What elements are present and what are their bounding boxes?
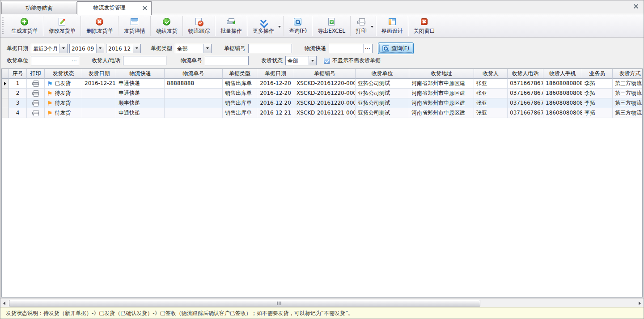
window-close-icon[interactable] bbox=[634, 4, 638, 9]
table-cell: 18608080808 bbox=[543, 79, 582, 89]
query-button[interactable]: 查询(F) bbox=[284, 15, 312, 37]
column-header-doc-type[interactable]: 单据类型 bbox=[223, 69, 257, 79]
confirm-ship-button[interactable]: 确认发货 bbox=[151, 15, 182, 37]
tab-close-icon[interactable] bbox=[143, 6, 147, 10]
column-header-receiver[interactable]: 收货人 bbox=[474, 69, 508, 79]
table-cell: 88888888 bbox=[165, 79, 223, 89]
table-row[interactable]: 3待发货顺丰快递销售出库单2016-12-20XSCKD-20161220-00… bbox=[2, 98, 642, 108]
table-cell: 张亚 bbox=[474, 79, 508, 89]
grid-corner-cell bbox=[2, 69, 9, 79]
toolbar-buttons: 生成发货单修改发货单删除发货单发货详情确认发货物流跟踪批量操作更多操作查询(F)… bbox=[6, 15, 440, 37]
column-header-doc-no[interactable]: 单据编号 bbox=[294, 69, 356, 79]
column-header-print[interactable]: 打印 bbox=[27, 69, 45, 79]
date-preset-combo[interactable]: 最近3个月 bbox=[31, 44, 68, 53]
toolbar: 生成发货单修改发货单删除发货单发货详情确认发货物流跟踪批量操作更多操作查询(F)… bbox=[0, 14, 644, 38]
hide-no-ship-label: 不显示不需发货单据 bbox=[332, 57, 381, 64]
column-header-consignee[interactable]: 收货单位 bbox=[356, 69, 409, 79]
ship-details-button[interactable]: 发货详情 bbox=[119, 15, 150, 37]
export-excel-button[interactable]: 导出EXCEL bbox=[313, 15, 350, 37]
scroll-left-icon[interactable] bbox=[0, 299, 8, 307]
dropdown-arrow-icon[interactable] bbox=[309, 56, 316, 65]
column-header-address[interactable]: 收货地址 bbox=[409, 69, 474, 79]
dropdown-arrow-icon[interactable] bbox=[59, 44, 67, 53]
print-icon[interactable] bbox=[32, 110, 39, 116]
details-icon bbox=[130, 17, 140, 26]
consignee-input[interactable] bbox=[31, 56, 70, 65]
status-bar: 发货状态说明：待发货（新开单据）-》已发货（已确认发货）-》已签收（物流跟踪后确… bbox=[0, 307, 644, 319]
edit-icon bbox=[57, 17, 67, 26]
row-selector-cell[interactable] bbox=[2, 98, 9, 108]
generate-ship-order-button[interactable]: 生成发货单 bbox=[6, 15, 43, 37]
receiver-input[interactable] bbox=[123, 56, 166, 65]
tab-label: 功能导航窗 bbox=[26, 5, 53, 11]
express-input[interactable] bbox=[329, 44, 363, 53]
column-header-mobile[interactable]: 收货人手机 bbox=[543, 69, 582, 79]
table-cell: 张亚 bbox=[474, 108, 508, 118]
express-input-wrap bbox=[329, 44, 373, 53]
column-header-track-no[interactable]: 物流单号 bbox=[165, 69, 223, 79]
track-no-input[interactable] bbox=[205, 56, 249, 65]
ui-design-button[interactable]: 界面设计 bbox=[377, 15, 408, 37]
close-window-button[interactable]: 关闭窗口 bbox=[409, 15, 440, 37]
date-to-combo[interactable]: 2016-12-21 bbox=[106, 44, 141, 53]
add-icon bbox=[20, 17, 30, 26]
query-filter-button[interactable]: 查询(F) bbox=[378, 43, 414, 54]
scroll-right-icon[interactable] bbox=[636, 299, 644, 307]
print-icon[interactable] bbox=[32, 81, 39, 86]
table-row[interactable]: 4待发货申通快递销售出库单2016-12-21XSCKD-20161221-00… bbox=[2, 108, 642, 118]
doc-no-input[interactable] bbox=[248, 44, 292, 53]
row-selector-cell[interactable] bbox=[2, 89, 9, 98]
table-cell: 李拓 bbox=[582, 79, 613, 89]
ship-status-text: 已发货 bbox=[55, 79, 71, 88]
more-operation-button[interactable]: 更多操作 bbox=[248, 15, 283, 37]
table-cell: 张亚 bbox=[474, 98, 508, 108]
toolbar-button-label: 修改发货单 bbox=[49, 27, 76, 35]
edit-ship-order-button[interactable]: 修改发货单 bbox=[44, 15, 80, 37]
toolbar-button-label: 物流跟踪 bbox=[188, 27, 210, 35]
print-icon[interactable] bbox=[32, 100, 39, 106]
table-cell: 李拓 bbox=[582, 98, 613, 108]
horizontal-scrollbar[interactable] bbox=[0, 298, 644, 307]
column-header-salesman[interactable]: 业务员 bbox=[582, 69, 613, 79]
doc-type-combo[interactable]: 全部 bbox=[175, 44, 212, 53]
tab-function-navigation[interactable]: 功能导航窗 bbox=[1, 2, 77, 14]
ellipsis-button[interactable] bbox=[363, 44, 371, 53]
tab-logistics-ship-management[interactable]: 物流发货管理 bbox=[77, 1, 152, 15]
table-row[interactable]: 2待发货申通快递销售出库单2016-12-20XSCKD-20161220-00… bbox=[2, 89, 642, 98]
print-icon[interactable] bbox=[32, 90, 39, 96]
date-from-combo[interactable]: 2016-09-21 bbox=[69, 44, 104, 53]
hide-no-ship-checkbox[interactable] bbox=[324, 58, 330, 64]
dropdown-arrow-icon[interactable] bbox=[278, 26, 281, 28]
dropdown-arrow-icon[interactable] bbox=[203, 44, 211, 53]
flag-icon bbox=[47, 100, 53, 106]
column-header-seq[interactable]: 序号 bbox=[9, 69, 27, 79]
table-cell: 亚拓公司测试 bbox=[356, 98, 409, 108]
column-header-ship-date[interactable]: 发货日期 bbox=[82, 69, 116, 79]
dropdown-arrow-icon[interactable] bbox=[96, 44, 104, 53]
batch-operation-button[interactable]: 批量操作 bbox=[216, 15, 247, 37]
column-header-phone[interactable]: 收货人电话 bbox=[508, 69, 543, 79]
column-header-doc-date[interactable]: 单据日期 bbox=[257, 69, 294, 79]
hscrollbar-thumb[interactable] bbox=[9, 300, 480, 306]
ship-status-combo[interactable]: 全部 bbox=[285, 56, 317, 65]
table-cell bbox=[27, 89, 45, 98]
table-row[interactable]: 1已发货2016-12-21申通快递88888888销售出库单2016-12-2… bbox=[2, 79, 642, 89]
table-cell: 第三方物流 bbox=[613, 79, 643, 89]
toolbar-grip[interactable] bbox=[2, 17, 4, 34]
column-header-ship-method[interactable]: 发货方式 bbox=[613, 69, 643, 79]
doc-type-label: 单据类型 bbox=[151, 45, 172, 52]
dropdown-arrow-icon[interactable] bbox=[133, 44, 140, 53]
dropdown-arrow-icon[interactable] bbox=[371, 26, 373, 28]
toolbar-button-label: 确认发货 bbox=[156, 27, 178, 35]
column-header-express[interactable]: 物流快递 bbox=[116, 69, 165, 79]
row-selector-cell[interactable] bbox=[2, 108, 9, 118]
row-selector-cell[interactable] bbox=[2, 79, 9, 89]
column-header-ship-status[interactable]: 发货状态 bbox=[45, 69, 82, 79]
logistics-track-button[interactable]: 物流跟踪 bbox=[183, 15, 215, 37]
delete-icon bbox=[95, 17, 105, 26]
ellipsis-button[interactable] bbox=[70, 56, 78, 65]
delete-ship-order-button[interactable]: 删除发货单 bbox=[81, 15, 118, 37]
shipment-grid: 序号打印发货状态发货日期物流快递物流单号单据类型单据日期单据编号收货单位收货地址… bbox=[1, 68, 643, 298]
grid-header-row: 序号打印发货状态发货日期物流快递物流单号单据类型单据日期单据编号收货单位收货地址… bbox=[2, 69, 642, 79]
print-button[interactable]: 打印 bbox=[351, 15, 376, 37]
